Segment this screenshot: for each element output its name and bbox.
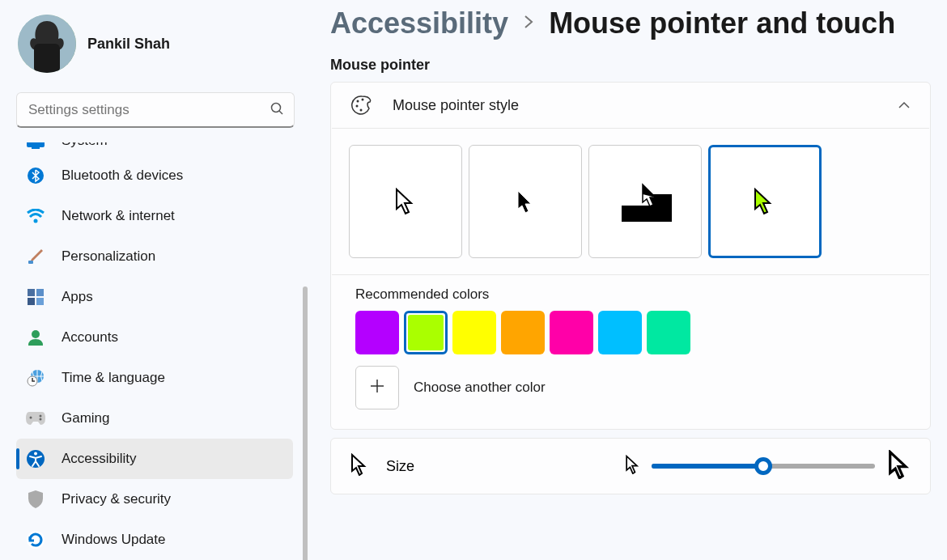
pointer-style-row xyxy=(331,129,930,274)
sidebar-item-update[interactable]: Windows Update xyxy=(16,520,293,560)
svg-point-20 xyxy=(34,452,37,456)
pointer-style-inverted[interactable] xyxy=(588,145,702,258)
avatar xyxy=(18,15,76,73)
sidebar-item-accessibility[interactable]: Accessibility xyxy=(16,439,293,479)
sidebar-item-label: Personalization xyxy=(62,248,155,265)
svg-rect-10 xyxy=(36,289,44,296)
profile[interactable]: Pankil Shah xyxy=(0,15,311,73)
svg-rect-11 xyxy=(28,298,35,305)
pointer-style-black[interactable] xyxy=(469,145,582,258)
plus-icon xyxy=(369,376,385,399)
sidebar-item-gaming[interactable]: Gaming xyxy=(16,398,293,439)
pointer-style-title: Mouse pointer style xyxy=(393,97,878,114)
palette-icon xyxy=(350,94,373,117)
svg-point-18 xyxy=(40,418,42,421)
chevron-right-icon xyxy=(523,15,534,33)
svg-rect-4 xyxy=(27,142,45,147)
sidebar-item-accounts[interactable]: Accounts xyxy=(16,317,293,358)
shield-icon xyxy=(26,490,45,509)
slider-wrap xyxy=(624,450,911,482)
sidebar-item-personalization[interactable]: Personalization xyxy=(16,236,293,277)
svg-point-7 xyxy=(34,219,38,223)
pointer-style-header[interactable]: Mouse pointer style xyxy=(331,83,930,128)
color-swatch[interactable] xyxy=(598,311,642,354)
svg-line-3 xyxy=(279,111,282,114)
sidebar-item-label: Apps xyxy=(62,289,93,305)
svg-rect-5 xyxy=(32,147,40,149)
pointer-style-custom[interactable] xyxy=(708,145,822,258)
color-swatch[interactable] xyxy=(355,311,399,354)
svg-rect-8 xyxy=(28,261,33,264)
sidebar-item-label: Windows Update xyxy=(62,532,166,548)
sidebar-item-label: Time & language xyxy=(62,370,165,386)
svg-point-16 xyxy=(30,417,32,419)
brush-icon xyxy=(26,247,45,266)
apps-icon xyxy=(26,287,45,307)
bluetooth-icon xyxy=(26,166,45,185)
sidebar-item-privacy[interactable]: Privacy & security xyxy=(16,479,293,520)
pointer-style-card: Mouse pointer style Recommended colors xyxy=(330,82,931,430)
sidebar-item-system[interactable]: System xyxy=(16,142,293,155)
profile-name: Pankil Shah xyxy=(87,36,170,53)
colors-section: Recommended colors Choose another color xyxy=(331,275,930,429)
accessibility-icon xyxy=(26,449,45,469)
page-title: Mouse pointer and touch xyxy=(549,6,895,40)
cursor-large-icon xyxy=(886,450,911,482)
sidebar-item-label: Gaming xyxy=(62,410,110,426)
size-row: Size xyxy=(331,439,930,494)
clock-globe-icon xyxy=(26,368,45,388)
section-label: Mouse pointer xyxy=(330,57,931,74)
color-swatch[interactable] xyxy=(647,311,690,354)
search-icon xyxy=(270,102,283,118)
gamepad-icon xyxy=(26,409,45,428)
sidebar-item-apps[interactable]: Apps xyxy=(16,277,293,317)
wifi-icon xyxy=(26,206,45,226)
main: Accessibility Mouse pointer and touch Mo… xyxy=(311,0,947,560)
pointer-style-white[interactable] xyxy=(349,145,462,258)
sidebar: Pankil Shah System Bluetooth & devices N… xyxy=(0,0,311,560)
scrollbar[interactable] xyxy=(303,286,308,560)
svg-rect-1 xyxy=(34,44,60,73)
sidebar-item-label: Accounts xyxy=(62,329,118,346)
update-icon xyxy=(26,530,45,549)
svg-rect-12 xyxy=(36,298,44,305)
sidebar-item-label: System xyxy=(62,142,108,149)
color-swatch[interactable] xyxy=(550,311,593,354)
color-swatch[interactable] xyxy=(404,311,448,354)
choose-color-label: Choose another color xyxy=(414,380,546,396)
color-swatch[interactable] xyxy=(452,311,496,354)
person-icon xyxy=(26,328,45,347)
sidebar-item-network[interactable]: Network & internet xyxy=(16,196,293,236)
svg-point-2 xyxy=(272,104,281,112)
sidebar-item-time[interactable]: Time & language xyxy=(16,358,293,398)
sidebar-item-label: Bluetooth & devices xyxy=(62,168,183,184)
breadcrumb: Accessibility Mouse pointer and touch xyxy=(330,6,931,40)
svg-point-25 xyxy=(362,99,364,101)
sidebar-item-bluetooth[interactable]: Bluetooth & devices xyxy=(16,155,293,196)
svg-point-13 xyxy=(32,330,40,338)
choose-color-row: Choose another color xyxy=(355,366,906,409)
nav: System Bluetooth & devices Network & int… xyxy=(0,142,311,560)
size-label: Size xyxy=(386,458,605,475)
system-icon xyxy=(26,142,45,152)
svg-point-23 xyxy=(356,105,359,108)
size-slider[interactable] xyxy=(652,464,875,469)
cursor-icon xyxy=(350,453,367,479)
svg-rect-9 xyxy=(28,289,35,296)
color-swatch[interactable] xyxy=(501,311,545,354)
svg-point-17 xyxy=(40,415,42,418)
add-color-button[interactable] xyxy=(355,366,399,409)
svg-point-24 xyxy=(360,109,363,112)
search-input[interactable] xyxy=(16,92,295,128)
slider-fill xyxy=(652,464,763,469)
recommended-colors-label: Recommended colors xyxy=(355,286,906,303)
breadcrumb-parent[interactable]: Accessibility xyxy=(330,6,508,40)
search-wrap xyxy=(16,92,295,128)
sidebar-item-label: Privacy & security xyxy=(62,491,171,507)
size-card: Size xyxy=(330,438,931,494)
slider-thumb[interactable] xyxy=(754,457,772,475)
sidebar-item-label: Network & internet xyxy=(62,208,175,224)
cursor-small-icon xyxy=(624,455,640,477)
chevron-up-icon xyxy=(898,98,911,112)
svg-point-22 xyxy=(357,100,359,103)
